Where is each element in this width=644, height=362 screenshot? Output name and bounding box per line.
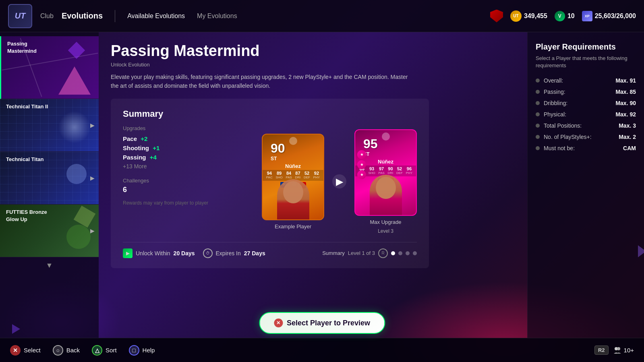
pink-star-3: ★ xyxy=(357,170,366,179)
upgrade-pace-val: +2 xyxy=(141,135,147,142)
req-dot-physical xyxy=(536,112,540,116)
max-card-center-icon xyxy=(382,132,390,141)
select-button[interactable]: ✕ Select xyxy=(10,345,41,356)
expires-in-group: ⏱ Expires In 27 Days xyxy=(203,248,265,258)
futties-deco xyxy=(66,225,91,249)
futties-deco-2 xyxy=(74,206,96,228)
currency-xp-icon: XP xyxy=(582,11,592,21)
req-passing: Passing: Max. 85 xyxy=(536,89,636,95)
req-dot-passing xyxy=(536,90,540,94)
challenges-label: Challenges xyxy=(123,178,254,184)
unlock-days: 20 Days xyxy=(174,250,195,257)
main-layout: PassingMastermind Technical Titan II ▶ T… xyxy=(0,32,644,338)
req-must-not-label: Must not be: xyxy=(544,145,619,151)
example-card-rating: 90 xyxy=(267,138,289,156)
player-face-example xyxy=(273,171,313,219)
ut-logo[interactable]: UT xyxy=(8,4,32,28)
max-stat-phy: 96PHY xyxy=(406,166,412,175)
back-label: Back xyxy=(66,347,80,354)
requirements-panel: Player Requirements Select a Player that… xyxy=(527,32,644,338)
help-label: Help xyxy=(143,347,155,354)
req-dot-overall xyxy=(536,79,540,83)
select-player-button[interactable]: ✕ Select Player to Preview xyxy=(259,312,385,334)
currency-ut-icon: UT xyxy=(510,10,522,22)
sidebar-tech-label: Technical Titan xyxy=(0,152,50,167)
req-physical: Physical: Max. 92 xyxy=(536,111,636,118)
example-card-position: ST xyxy=(267,156,289,161)
help-button[interactable]: □ Help xyxy=(129,345,155,356)
sidebar-item-futties[interactable]: FUTTIES BronzeGlow Up ▶ xyxy=(0,205,99,257)
summary-box: Summary Upgrades Pace +2 Shooting +1 Pas… xyxy=(111,99,429,268)
select-label: Select xyxy=(24,347,41,354)
bottom-play-icon xyxy=(12,324,20,334)
req-total-positions: Total Positions: Max. 3 xyxy=(536,122,636,129)
req-playstyles-label: No. of PlayStyles+: xyxy=(544,134,615,140)
sidebar-scroll-indicator: ▼ xyxy=(0,257,99,274)
summary-left: Upgrades Pace +2 Shooting +1 Passing +4 … xyxy=(123,125,254,206)
unlock-within-group: ▶ Unlock Within 20 Days xyxy=(123,248,195,258)
expires-days: 27 Days xyxy=(244,250,265,257)
max-upgrade-level: Level 3 xyxy=(378,228,393,234)
nav-available-evolutions[interactable]: Available Evolutions xyxy=(127,12,185,20)
example-player-label: Example Player xyxy=(275,223,311,230)
sidebar-item-technical-titan-2[interactable]: Technical Titan II ▶ xyxy=(0,99,99,152)
req-overall-value: Max. 91 xyxy=(615,77,636,84)
upgrade-pace-row: Pace +2 xyxy=(123,135,254,142)
cards-comparison-area: 90 ST xyxy=(262,129,417,234)
sort-button[interactable]: △ Sort xyxy=(92,345,117,356)
triangle-button-icon: △ xyxy=(92,345,102,356)
expires-icon: ⏱ xyxy=(203,248,213,258)
expires-label: Expires In xyxy=(216,250,241,257)
nav-my-evolutions[interactable]: My Evolutions xyxy=(197,12,237,20)
requirements-subtitle: Select a Player that meets the following… xyxy=(536,55,636,69)
evolution-description: Elevate your play making skills, featuri… xyxy=(111,72,417,91)
bottom-right: R2 10+ xyxy=(594,345,634,355)
sidebar-item-technical-titan[interactable]: Technical Titan ▶ xyxy=(0,152,99,205)
bottom-bar: ✕ Select ○ Back △ Sort □ Help R2 10+ xyxy=(0,338,644,362)
challenges-num: 6 xyxy=(123,186,254,194)
dot-4 xyxy=(413,251,417,255)
max-card-rating: 95 xyxy=(359,133,382,151)
max-upgrade-wrapper: ★ ★ ★ 95 ST xyxy=(354,129,417,234)
currency-coins-group: UT 349,455 xyxy=(510,10,547,22)
req-physical-label: Physical: xyxy=(544,111,611,118)
top-nav: UT Club Evolutions Available Evolutions … xyxy=(0,0,644,32)
req-playstyles: No. of PlayStyles+: Max. 2 xyxy=(536,134,636,140)
example-player-card: 90 ST xyxy=(262,134,324,220)
dot-3 xyxy=(406,251,410,255)
currency-coins-value: 349,455 xyxy=(524,12,547,20)
currency-xp-value: 25,603/26,000 xyxy=(595,12,636,20)
req-overall: Overall: Max. 91 xyxy=(536,77,636,84)
content-area: Passing Mastermind Unlock Evolution Elev… xyxy=(99,32,527,338)
nav-club[interactable]: Club xyxy=(40,12,54,20)
req-positions-value: Max. 3 xyxy=(619,122,636,129)
req-must-not-be: Must not be: CAM xyxy=(536,145,636,151)
r2-badge: R2 xyxy=(594,345,609,355)
pink-star-2: ★ xyxy=(357,160,366,169)
req-overall-label: Overall: xyxy=(544,77,611,84)
sidebar: PassingMastermind Technical Titan II ▶ T… xyxy=(0,32,99,338)
upgrade-arrow-icon: ▶ xyxy=(332,174,346,188)
svg-point-1 xyxy=(617,347,620,350)
req-playstyles-value: Max. 2 xyxy=(619,134,636,140)
player-head xyxy=(283,181,303,203)
card-center-icon xyxy=(289,137,297,145)
nav-right: UT 349,455 V 10 XP 25,603/26,000 xyxy=(490,10,636,23)
more-upgrades-link[interactable]: +13 More xyxy=(123,163,254,170)
sidebar-arrow-tech2: ▶ xyxy=(90,122,95,128)
summary-title: Summary xyxy=(123,109,417,119)
sort-label: Sort xyxy=(106,347,117,354)
unlock-within-label: Unlock Within xyxy=(136,250,170,257)
back-button[interactable]: ○ Back xyxy=(53,345,80,356)
req-dot-positions xyxy=(536,124,540,128)
req-passing-value: Max. 85 xyxy=(615,89,636,95)
max-upgrade-card: ★ ★ ★ 95 ST xyxy=(354,129,417,216)
requirements-title: Player Requirements xyxy=(536,42,636,52)
req-dot-dribbling xyxy=(536,101,540,105)
dot-2 xyxy=(398,251,402,255)
nav-evolutions[interactable]: Evolutions xyxy=(62,11,103,21)
players-count: 10+ xyxy=(624,347,634,354)
sidebar-item-passing-mastermind[interactable]: PassingMastermind xyxy=(0,36,99,99)
summary-bottom-bar: ▶ Unlock Within 20 Days ⏱ Expires In 27 … xyxy=(123,242,417,258)
summary-tab-label: Summary xyxy=(322,250,345,256)
